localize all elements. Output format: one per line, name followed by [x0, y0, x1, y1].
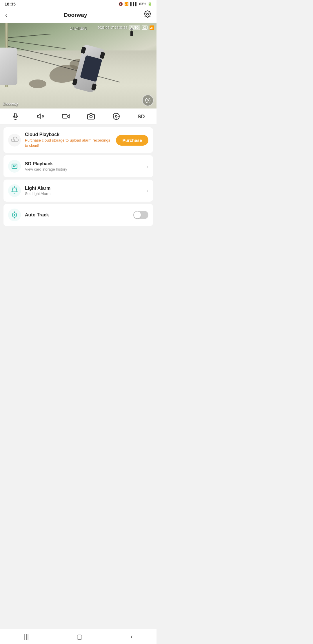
auto-track-toggle[interactable] — [133, 211, 148, 219]
auto-track-title: Auto Track — [25, 212, 129, 218]
camera-feed[interactable]: 14,24KB/S 2023-02-17 18:33:52 AUTO 📶 Doo… — [0, 23, 156, 108]
light-alarm-title: Light Alarm — [25, 186, 142, 191]
back-button[interactable]: ‹ — [5, 12, 7, 19]
svg-point-3 — [145, 98, 150, 103]
sd-playback-text: SD Playback View card storage history — [25, 161, 142, 171]
wifi-icon: 📶 — [124, 2, 129, 6]
svg-line-31 — [12, 187, 13, 188]
status-bar: 18:35 🔇 📶 ▌▌▌ 63% 🔋 — [0, 0, 156, 8]
cloud-playback-action: Purchase — [116, 135, 148, 146]
cloud-playback-icon — [8, 134, 21, 146]
light-alarm-icon — [8, 184, 21, 197]
cloud-playback-subtitle: Purchase cloud storage to upload alarm r… — [25, 138, 112, 148]
camera-data-rate: 14,24KB/S — [70, 26, 86, 30]
battery-icon: 🔋 — [148, 2, 152, 6]
svg-marker-11 — [67, 115, 69, 118]
sd-playback-subtitle: View card storage history — [25, 167, 142, 171]
toolbar-record[interactable] — [62, 113, 70, 120]
signal-icon: ▌▌▌ — [130, 2, 138, 6]
light-alarm-chevron-icon: › — [146, 187, 148, 194]
auto-track-icon — [8, 209, 21, 221]
camera-datetime: 2023-02-17 18:33:52 — [98, 26, 127, 29]
cards-section: Cloud Playback Purchase cloud storage to… — [0, 124, 156, 229]
cloud-playback-card: Cloud Playback Purchase cloud storage to… — [3, 127, 153, 153]
svg-point-12 — [90, 115, 92, 118]
fullscreen-icon[interactable] — [142, 26, 148, 30]
toolbar: SD — [0, 108, 156, 124]
toolbar-snapshot[interactable] — [87, 113, 95, 120]
battery-text: 63% — [139, 2, 146, 6]
status-time: 18:35 — [5, 2, 16, 6]
purchase-button[interactable]: Purchase — [116, 135, 148, 146]
sd-playback-chevron-icon: › — [146, 163, 148, 169]
svg-point-14 — [115, 115, 117, 117]
toolbar-sd[interactable]: SD — [138, 113, 145, 120]
mute-icon: 🔇 — [119, 2, 123, 6]
sd-playback-icon — [8, 160, 21, 173]
toolbar-sd-label: SD — [138, 114, 145, 120]
svg-rect-10 — [62, 115, 67, 118]
light-alarm-chevron: › — [146, 187, 148, 194]
svg-marker-7 — [37, 114, 40, 118]
header: ‹ Doorway — [0, 8, 156, 23]
svg-rect-1 — [143, 27, 146, 28]
camera-overlay-tr: 2023-02-17 18:33:52 AUTO 📶 — [98, 25, 154, 30]
sd-playback-title: SD Playback — [25, 161, 142, 167]
toolbar-mic[interactable] — [12, 113, 19, 120]
svg-point-2 — [147, 100, 149, 101]
camera-label: Doorway — [3, 102, 18, 106]
wifi-feed-icon: 📶 — [149, 25, 154, 30]
toolbar-mute[interactable] — [37, 113, 44, 120]
settings-button[interactable] — [144, 10, 151, 20]
sd-playback-chevron: › — [146, 163, 148, 170]
status-right-icons: 🔇 📶 ▌▌▌ 63% 🔋 — [119, 2, 152, 6]
svg-point-34 — [14, 214, 15, 216]
svg-point-27 — [8, 184, 21, 197]
svg-point-0 — [147, 13, 149, 15]
cloud-playback-title: Cloud Playback — [25, 132, 112, 137]
svg-rect-4 — [14, 113, 17, 117]
sd-playback-card[interactable]: SD Playback View card storage history › — [3, 155, 153, 177]
light-alarm-card[interactable]: Light Alarm Set Light Alarm › — [3, 180, 153, 202]
light-alarm-text: Light Alarm Set Light Alarm — [25, 186, 142, 196]
svg-rect-24 — [13, 165, 14, 166]
auto-track-card: Auto Track — [3, 204, 153, 226]
car-left — [0, 48, 17, 85]
auto-badge: AUTO — [129, 26, 140, 30]
toolbar-ptz[interactable] — [112, 113, 120, 120]
auto-track-text: Auto Track — [25, 212, 129, 218]
page-title: Doorway — [64, 12, 87, 18]
auto-track-toggle-wrapper[interactable] — [133, 211, 148, 219]
light-alarm-subtitle: Set Light Alarm — [25, 191, 142, 196]
svg-line-30 — [17, 187, 17, 188]
camera-settings-button[interactable] — [142, 95, 154, 106]
cloud-playback-text: Cloud Playback Purchase cloud storage to… — [25, 132, 112, 148]
